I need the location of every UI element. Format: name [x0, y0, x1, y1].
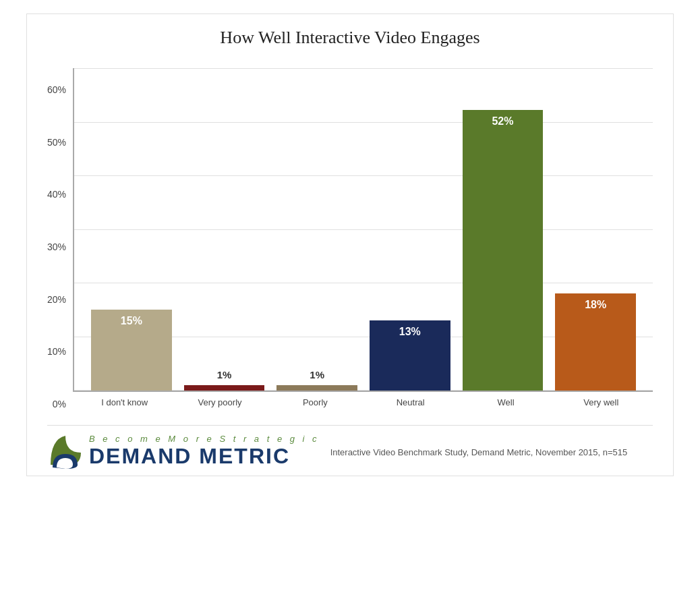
bars-wrapper: 15%1%1%13%52%18% — [73, 68, 653, 392]
bars-inner: 15%1%1%13%52%18% — [81, 68, 646, 391]
bar: 52% — [463, 110, 544, 391]
y-axis-label: 60% — [47, 85, 66, 94]
bar: 1% — [276, 385, 357, 391]
bar-group: 13% — [370, 68, 450, 391]
bar-group: 15% — [91, 68, 172, 391]
bar-group: 1% — [276, 68, 357, 391]
x-axis-label: Very poorly — [178, 397, 261, 409]
bar-group: 18% — [555, 68, 636, 391]
bar-value-label: 15% — [121, 315, 142, 327]
logo-area: B e c o m e M o r e S t r a t e g i c DE… — [89, 434, 320, 467]
x-axis-labels: I don't knowVery poorlyPoorlyNeutralWell… — [73, 392, 653, 409]
chart-area: 60%50%40%30%20%10%0% 15%1%1%13%52%18% I … — [47, 68, 653, 409]
bar-value-label: 1% — [310, 369, 324, 380]
x-axis-label: Neutral — [369, 397, 452, 409]
y-axis-label: 30% — [47, 242, 66, 252]
x-axis-label: Well — [464, 397, 547, 409]
bar-value-label: 52% — [492, 115, 513, 127]
bar-group: 52% — [463, 68, 544, 391]
logo-block: B e c o m e M o r e S t r a t e g i c DE… — [47, 432, 320, 469]
bar-value-label: 1% — [217, 369, 232, 380]
chart-title: How Well Interactive Video Engages — [47, 28, 653, 48]
x-axis-label: Very well — [560, 397, 643, 409]
bars-and-xaxis: 15%1%1%13%52%18% I don't knowVery poorly… — [73, 68, 653, 409]
bar: 18% — [555, 293, 636, 391]
footer: B e c o m e M o r e S t r a t e g i c DE… — [47, 425, 653, 469]
logo-tagline: B e c o m e M o r e S t r a t e g i c — [89, 434, 320, 444]
y-axis-label: 50% — [47, 138, 66, 147]
footer-citation: Interactive Video Benchmark Study, Deman… — [330, 447, 628, 457]
demand-metric-logo-icon — [47, 432, 84, 469]
bar-group: 1% — [184, 68, 265, 391]
bar: 15% — [91, 310, 172, 391]
bar: 1% — [184, 385, 265, 391]
x-axis-label: I don't know — [83, 397, 166, 409]
bar-value-label: 18% — [585, 299, 606, 311]
y-axis-label: 10% — [47, 347, 66, 356]
y-axis-label: 40% — [47, 190, 66, 199]
x-axis-label: Poorly — [274, 397, 357, 409]
bar-value-label: 13% — [399, 326, 421, 338]
chart-container: How Well Interactive Video Engages 60%50… — [26, 13, 674, 476]
y-axis: 60%50%40%30%20%10%0% — [47, 85, 66, 409]
y-axis-label: 0% — [53, 399, 66, 409]
footer-right: Interactive Video Benchmark Study, Deman… — [330, 443, 628, 457]
logo-name: DEMAND METRIC — [89, 445, 290, 467]
y-axis-label: 20% — [47, 295, 66, 304]
bar: 13% — [370, 320, 450, 391]
